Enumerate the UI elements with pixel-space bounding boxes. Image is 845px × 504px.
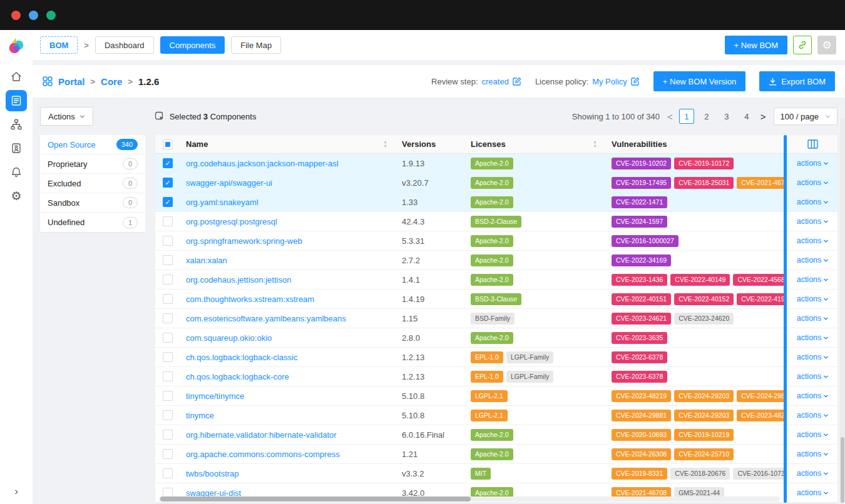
page-scrollbar[interactable]	[840, 118, 845, 504]
vulnerability-badge[interactable]: CVE-2023-24621	[612, 313, 671, 325]
breadcrumb-product[interactable]: Core	[101, 76, 122, 87]
review-step-value[interactable]: created	[482, 77, 509, 86]
row-checkbox[interactable]	[163, 352, 173, 362]
vulnerability-badge[interactable]: CVE-2024-29203	[674, 410, 734, 421]
vulnerability-badge[interactable]: CVE-2024-29881	[612, 410, 671, 421]
vulnerability-badge[interactable]: CVE-2024-29881	[737, 390, 784, 402]
sidebar-item-notifications[interactable]	[6, 161, 27, 183]
component-name-link[interactable]: com.esotericsoftware.yamlbeans:yamlbeans	[186, 314, 346, 323]
vulnerability-badge[interactable]: CVE-2023-48219	[737, 410, 784, 421]
row-checkbox[interactable]	[163, 468, 173, 478]
row-checkbox[interactable]	[163, 313, 173, 323]
vulnerability-badge[interactable]: CVE-2021-46708	[737, 177, 784, 189]
vulnerability-badge[interactable]: CVE-2018-25031	[674, 177, 734, 189]
vulnerability-badge[interactable]: CVE-2019-8331	[612, 468, 667, 480]
component-name-link[interactable]: org.codehaus.jettison:jettison	[186, 275, 291, 285]
component-name-link[interactable]: tinymce/tinymce	[186, 391, 244, 401]
row-actions-button[interactable]: actions	[797, 275, 829, 284]
row-actions-button[interactable]: actions	[797, 314, 829, 323]
vulnerability-badge[interactable]: CVE-2024-25710	[674, 448, 734, 460]
component-name-link[interactable]: org.springframework:spring-web	[186, 236, 302, 246]
vulnerability-badge[interactable]: CVE-2023-1436	[612, 274, 667, 286]
row-checkbox[interactable]	[163, 430, 173, 440]
row-actions-button[interactable]: actions	[797, 488, 829, 497]
edit-license-policy-button[interactable]	[631, 77, 640, 86]
vulnerability-badge[interactable]: CVE-2023-6378	[612, 351, 667, 363]
row-actions-button[interactable]: actions	[797, 353, 829, 361]
component-name-link[interactable]: tinymce	[186, 411, 214, 420]
next-page-button[interactable]: >	[759, 111, 767, 122]
row-actions-button[interactable]: actions	[797, 469, 829, 478]
page-size-select[interactable]: 100 / page	[774, 108, 837, 125]
vulnerability-badge[interactable]: CVE-2023-24620	[674, 313, 734, 325]
row-actions-button[interactable]: actions	[797, 236, 829, 245]
vulnerability-badge[interactable]: CVE-2019-10172	[674, 158, 734, 169]
vulnerability-badge[interactable]: CVE-2019-17495	[612, 177, 671, 189]
sort-name-icon[interactable]: ▲▼	[383, 140, 387, 148]
row-checkbox[interactable]	[163, 294, 173, 304]
page-button-4[interactable]: 4	[739, 109, 754, 124]
component-name-link[interactable]: org.postgresql:postgresql	[186, 217, 277, 226]
new-bom-button[interactable]: + New BOM	[725, 36, 787, 54]
vulnerability-badge[interactable]: CVE-2024-1597	[612, 216, 667, 228]
zoom-window-dot[interactable]	[46, 11, 56, 20]
sidebar-item-settings[interactable]: ⚙	[6, 185, 27, 206]
horizontal-scrollbar-thumb[interactable]	[160, 496, 471, 501]
component-name-link[interactable]: twbs/bootstrap	[186, 469, 239, 478]
license-policy-value[interactable]: My Policy	[592, 77, 627, 86]
component-name-link[interactable]: com.squareup.okio:okio	[186, 333, 272, 343]
row-checkbox[interactable]	[163, 333, 173, 343]
row-actions-button[interactable]: actions	[797, 217, 829, 226]
component-name-link[interactable]: ch.qos.logback:logback-core	[186, 372, 289, 381]
row-checkbox[interactable]	[163, 410, 173, 420]
page-button-1[interactable]: 1	[679, 109, 694, 124]
sidebar-item-audit[interactable]	[6, 138, 27, 159]
sort-licenses-icon[interactable]: ▲▼	[593, 140, 597, 148]
close-window-dot[interactable]	[11, 11, 21, 20]
bom-selector[interactable]: BOM	[40, 36, 78, 54]
vulnerability-badge[interactable]: CVE-2024-26308	[612, 448, 671, 460]
vulnerability-badge[interactable]: CVE-2019-10202	[612, 158, 671, 169]
row-actions-button[interactable]: actions	[797, 333, 829, 342]
row-checkbox[interactable]: ✓	[163, 178, 173, 188]
bulk-actions-button[interactable]: Actions	[40, 107, 93, 126]
row-actions-button[interactable]: actions	[797, 295, 829, 303]
row-actions-button[interactable]: actions	[797, 159, 829, 168]
vulnerability-badge[interactable]: CVE-2024-29203	[674, 390, 734, 402]
row-actions-button[interactable]: actions	[797, 450, 829, 458]
table-vertical-scrollbar[interactable]	[784, 135, 787, 503]
column-settings-icon[interactable]	[807, 139, 818, 149]
vulnerability-badge[interactable]: CVE-2018-20676	[670, 468, 730, 480]
vulnerability-badge[interactable]: CVE-2022-45685	[733, 274, 784, 286]
component-name-link[interactable]: com.thoughtworks.xstream:xstream	[186, 295, 314, 304]
vulnerability-badge[interactable]: CVE-2022-40149	[670, 274, 730, 286]
page-button-3[interactable]: 3	[719, 109, 734, 124]
page-scrollbar-thumb[interactable]	[841, 437, 844, 503]
row-actions-button[interactable]: actions	[797, 430, 829, 439]
row-actions-button[interactable]: actions	[797, 391, 829, 400]
tab-components[interactable]: Components	[160, 36, 225, 54]
vulnerability-badge[interactable]: CVE-2022-40152	[674, 293, 734, 305]
tab-dashboard[interactable]: Dashboard	[95, 36, 154, 54]
component-name-link[interactable]: org.hibernate.validator:hibernate-valida…	[186, 430, 337, 440]
vulnerability-badge[interactable]: CVE-2020-10693	[612, 429, 671, 441]
sidebar-collapse-toggle[interactable]: ›	[14, 485, 18, 498]
row-checkbox[interactable]	[163, 371, 173, 381]
row-checkbox[interactable]: ✓	[163, 158, 173, 168]
component-name-link[interactable]: ch.qos.logback:logback-classic	[186, 353, 297, 362]
new-bom-version-button[interactable]: + New BOM Version	[653, 71, 745, 91]
vulnerability-badge[interactable]: CVE-2022-41966	[737, 293, 784, 305]
column-header-licenses[interactable]: Licenses ▲▼	[465, 139, 606, 149]
filter-item-open-source[interactable]: Open Source340	[40, 135, 145, 154]
row-checkbox[interactable]	[163, 255, 173, 265]
prev-page-button[interactable]: <	[666, 111, 674, 122]
filter-item-undefined[interactable]: Undefined1	[40, 213, 145, 232]
edit-review-step-button[interactable]	[513, 77, 521, 86]
row-actions-button[interactable]: actions	[797, 372, 829, 381]
export-bom-button[interactable]: Export BOM	[759, 71, 835, 91]
tab-file-map[interactable]: File Map	[231, 36, 281, 54]
filter-item-excluded[interactable]: Excluded0	[40, 174, 145, 193]
row-actions-button[interactable]: actions	[797, 178, 829, 187]
vulnerability-badge[interactable]: CVE-2023-48219	[612, 390, 671, 402]
vulnerability-badge[interactable]: CVE-2022-34169	[612, 255, 671, 266]
